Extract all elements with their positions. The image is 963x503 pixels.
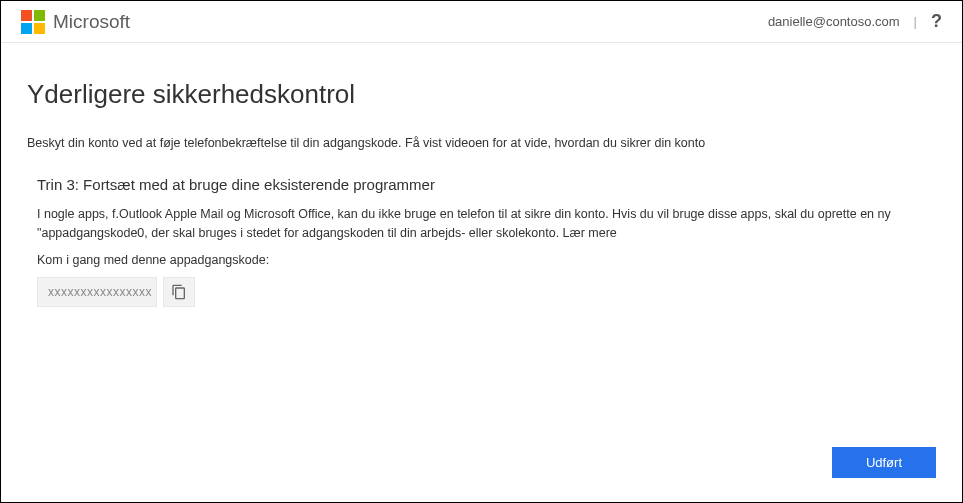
done-button[interactable]: Udført	[832, 447, 936, 478]
step-body: I nogle apps, f.Outlook Apple Mail og Mi…	[37, 205, 936, 243]
header-left: Microsoft	[21, 10, 130, 34]
microsoft-logo-icon	[21, 10, 45, 34]
copy-button[interactable]	[163, 277, 195, 307]
page-subtitle: Beskyt din konto ved at føje telefonbekr…	[27, 136, 936, 150]
main-content: Yderligere sikkerhedskontrol Beskyt din …	[1, 43, 962, 502]
user-email[interactable]: danielle@contoso.com	[768, 14, 900, 29]
copy-icon	[171, 284, 187, 300]
help-icon[interactable]: ?	[931, 11, 942, 32]
brand-name: Microsoft	[53, 11, 130, 33]
footer-actions: Udført	[832, 447, 936, 478]
app-password-field: xxxxxxxxxxxxxxxx	[37, 277, 157, 307]
step-section: Trin 3: Fortsæt med at bruge dine eksist…	[27, 176, 936, 307]
app-header: Microsoft danielle@contoso.com | ?	[1, 1, 962, 43]
getstarted-label: Kom i gang med denne appadgangskode:	[37, 253, 936, 267]
app-password-row: xxxxxxxxxxxxxxxx	[37, 277, 936, 307]
header-divider: |	[914, 14, 917, 29]
header-right: danielle@contoso.com | ?	[768, 11, 942, 32]
page-title: Yderligere sikkerhedskontrol	[27, 79, 936, 110]
step-heading: Trin 3: Fortsæt med at bruge dine eksist…	[37, 176, 936, 193]
